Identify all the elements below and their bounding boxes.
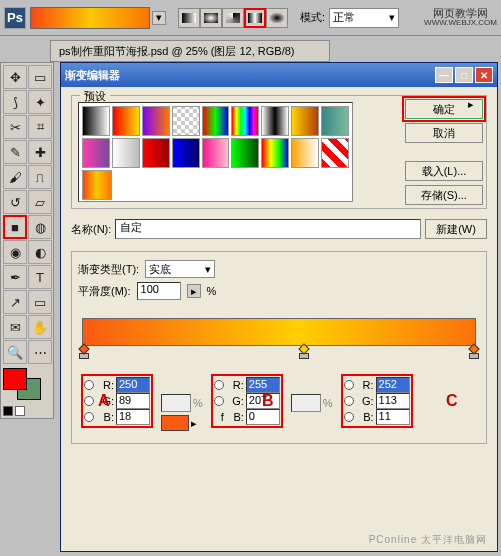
notes-tool[interactable]: ✉ — [3, 315, 27, 339]
opacity-stop-left[interactable] — [79, 307, 89, 319]
preset-swatch[interactable] — [112, 138, 140, 168]
type-label: 渐变类型(T): — [78, 262, 139, 277]
path-tool[interactable]: ↗ — [3, 290, 27, 314]
dialog-title: 渐变编辑器 — [65, 68, 120, 83]
pos-input-a[interactable] — [161, 394, 191, 412]
marker-c: C — [446, 392, 458, 410]
b-input-a[interactable]: 18 — [116, 409, 150, 425]
diamond-gradient-button[interactable] — [266, 8, 288, 28]
presets-list[interactable] — [78, 102, 353, 202]
eraser-tool[interactable]: ▱ — [28, 190, 52, 214]
close-button[interactable]: ✕ — [475, 67, 493, 83]
name-label: 名称(N): — [71, 222, 111, 237]
preset-swatch[interactable] — [291, 138, 319, 168]
heal-tool[interactable]: ✚ — [28, 140, 52, 164]
preset-swatch[interactable] — [82, 170, 112, 200]
rgb-panel-a: R:250 G:89 B:18 — [78, 372, 156, 433]
preset-swatch[interactable] — [82, 106, 110, 136]
gradient-edit-bar[interactable] — [82, 318, 476, 346]
preset-swatch[interactable] — [202, 106, 230, 136]
extra-tool[interactable]: ⋯ — [28, 340, 52, 364]
radio-g-b[interactable] — [214, 396, 224, 406]
maximize-button[interactable]: □ — [455, 67, 473, 83]
hand-tool[interactable]: ✋ — [28, 315, 52, 339]
r-input-b[interactable]: 255 — [246, 377, 280, 393]
new-button[interactable]: 新建(W) — [425, 219, 487, 239]
smoothness-stepper[interactable]: ▸ — [187, 284, 201, 298]
eyedropper-tool[interactable]: ✎ — [3, 140, 27, 164]
wand-tool[interactable]: ✦ — [28, 90, 52, 114]
mode-label: 模式: — [300, 10, 325, 25]
preset-swatch[interactable] — [261, 138, 289, 168]
radio-r-c[interactable] — [344, 380, 354, 390]
opacity-stop-right[interactable] — [469, 307, 479, 319]
zoom-tool[interactable]: 🔍 — [3, 340, 27, 364]
preset-swatch[interactable] — [321, 138, 349, 168]
preset-swatch[interactable] — [261, 106, 289, 136]
gradient-dropdown-icon[interactable]: ▾ — [152, 11, 166, 25]
pos-input-b[interactable] — [291, 394, 321, 412]
dodge-tool[interactable]: ◐ — [28, 240, 52, 264]
ps-logo: Ps — [4, 7, 26, 29]
radio-g-c[interactable] — [344, 396, 354, 406]
preset-swatch[interactable] — [291, 106, 319, 136]
linear-gradient-button[interactable] — [178, 8, 200, 28]
blend-mode-select[interactable]: 正常▾ — [329, 8, 399, 28]
toolbox: ✥ ▭ ⟆ ✦ ✂ ⌗ ✎ ✚ 🖌 ⎍ ↺ ▱ ■ ◍ ◉ ◐ ✒ T ↗ ▭ … — [0, 62, 54, 419]
slice-tool[interactable]: ⌗ — [28, 115, 52, 139]
preset-swatch[interactable] — [82, 138, 110, 168]
chevron-right-icon[interactable]: ▸ — [191, 417, 197, 430]
dialog-titlebar[interactable]: 渐变编辑器 ― □ ✕ — [61, 63, 497, 87]
history-brush-tool[interactable]: ↺ — [3, 190, 27, 214]
preset-swatch[interactable] — [202, 138, 230, 168]
move-tool[interactable]: ✥ — [3, 65, 27, 89]
preset-swatch[interactable] — [112, 106, 140, 136]
color-stop-c[interactable] — [469, 345, 479, 357]
smoothness-label: 平滑度(M): — [78, 284, 131, 299]
document-tab[interactable]: ps制作重阳节海报.psd @ 25% (图层 12, RGB/8) — [50, 40, 330, 62]
preset-swatch[interactable] — [142, 138, 170, 168]
gradient-tool[interactable]: ■ — [3, 215, 27, 239]
bucket-tool[interactable]: ◍ — [28, 215, 52, 239]
r-input-a[interactable]: 250 — [116, 377, 150, 393]
radio-r-a[interactable] — [84, 380, 94, 390]
minimize-button[interactable]: ― — [435, 67, 453, 83]
reflected-gradient-button[interactable] — [244, 8, 266, 28]
gradient-preview[interactable] — [30, 7, 150, 29]
lasso-tool[interactable]: ⟆ — [3, 90, 27, 114]
shape-tool[interactable]: ▭ — [28, 290, 52, 314]
radio-b-a[interactable] — [84, 412, 94, 422]
g-input-c[interactable]: 113 — [376, 393, 410, 409]
crop-tool[interactable]: ✂ — [3, 115, 27, 139]
foreground-color[interactable] — [3, 368, 27, 390]
b-input-c[interactable]: 11 — [376, 409, 410, 425]
g-input-a[interactable]: 89 — [116, 393, 150, 409]
pen-tool[interactable]: ✒ — [3, 265, 27, 289]
b-input-b[interactable]: 0 — [246, 409, 280, 425]
blur-tool[interactable]: ◉ — [3, 240, 27, 264]
color-stop-b[interactable] — [299, 345, 309, 357]
type-tool[interactable]: T — [28, 265, 52, 289]
r-input-c[interactable]: 252 — [376, 377, 410, 393]
gradient-name-input[interactable]: 自定 — [115, 219, 421, 239]
smoothness-input[interactable]: 100 — [137, 282, 181, 300]
preset-swatch[interactable] — [321, 106, 349, 136]
color-swap[interactable] — [3, 406, 51, 416]
preset-swatch[interactable] — [231, 106, 259, 136]
stamp-tool[interactable]: ⎍ — [28, 165, 52, 189]
radio-b-c[interactable] — [344, 412, 354, 422]
preset-swatch[interactable] — [142, 106, 170, 136]
radio-g-a[interactable] — [84, 396, 94, 406]
angle-gradient-button[interactable] — [222, 8, 244, 28]
color-chip-a[interactable] — [161, 415, 189, 431]
marquee-tool[interactable]: ▭ — [28, 65, 52, 89]
preset-swatch[interactable] — [172, 138, 200, 168]
brush-tool[interactable]: 🖌 — [3, 165, 27, 189]
preset-menu-icon[interactable]: ▸ — [468, 98, 480, 110]
preset-swatch[interactable] — [231, 138, 259, 168]
radial-gradient-button[interactable] — [200, 8, 222, 28]
preset-swatch[interactable] — [172, 106, 200, 136]
gradient-type-select[interactable]: 实底▾ — [145, 260, 215, 278]
color-stop-a[interactable] — [79, 345, 89, 357]
radio-r-b[interactable] — [214, 380, 224, 390]
